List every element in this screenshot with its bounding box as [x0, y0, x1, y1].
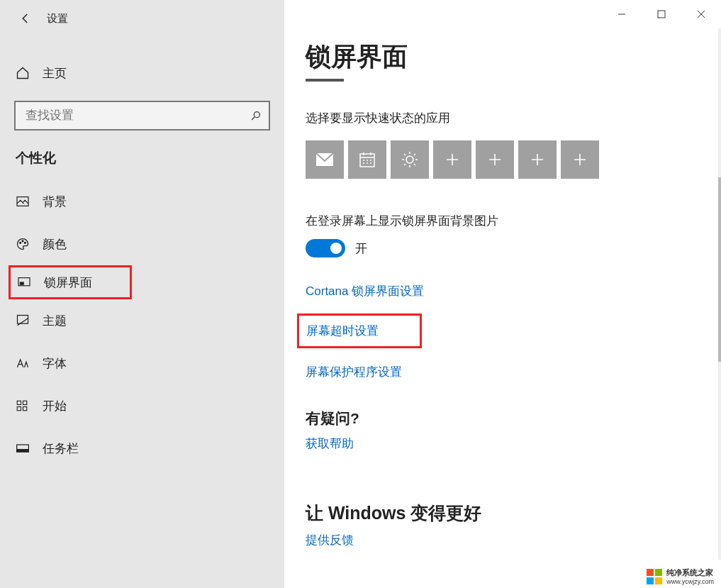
scrollbar-thumb[interactable] [718, 177, 721, 362]
svg-rect-11 [23, 407, 27, 411]
toggle-row: 开 [306, 239, 721, 257]
sidebar-item-fonts[interactable]: 字体 [0, 342, 284, 384]
sidebar-item-label: 字体 [43, 355, 67, 372]
svg-point-17 [406, 156, 413, 163]
minimize-button[interactable] [602, 0, 642, 28]
signin-bg-toggle[interactable] [306, 239, 345, 257]
svg-point-0 [254, 112, 259, 118]
mail-icon [315, 152, 334, 167]
tile-mail[interactable] [306, 140, 344, 179]
svg-rect-6 [20, 282, 23, 284]
sidebar-item-themes[interactable]: 主题 [0, 299, 284, 342]
svg-point-2 [20, 242, 21, 243]
title-bar: 设置 [0, 4, 284, 33]
sidebar-item-taskbar[interactable]: 任务栏 [0, 427, 284, 470]
search-input[interactable] [26, 109, 250, 123]
tile-add-4[interactable] [561, 140, 599, 179]
page-title: 锁屏界面 [306, 40, 721, 74]
plus-icon [488, 152, 502, 167]
svg-rect-13 [17, 450, 29, 452]
toggle-knob [330, 243, 342, 254]
tile-add-2[interactable] [476, 140, 514, 179]
improve-heading: 让 Windows 变得更好 [306, 501, 721, 525]
quick-status-tiles [306, 140, 721, 179]
home-label: 主页 [43, 65, 67, 82]
window-title: 设置 [47, 12, 68, 26]
svg-point-3 [22, 240, 23, 242]
svg-rect-14 [658, 11, 665, 18]
search-box[interactable] [14, 101, 270, 131]
svg-point-4 [24, 242, 26, 243]
watermark: 纯净系统之家 www.ycwjzy.com [647, 567, 714, 585]
cortana-lockscreen-link[interactable]: Cortana 锁屏界面设置 [306, 283, 424, 299]
start-icon [16, 399, 33, 412]
sidebar-item-background[interactable]: 背景 [0, 180, 284, 223]
screensaver-link[interactable]: 屏幕保护程序设置 [306, 364, 402, 380]
sidebar-item-label: 颜色 [43, 236, 67, 253]
calendar-icon [359, 151, 376, 168]
svg-rect-8 [17, 401, 21, 404]
back-button[interactable] [11, 4, 40, 33]
question-heading: 有疑问? [306, 409, 721, 428]
sidebar-item-label: 主题 [43, 313, 67, 329]
screen-timeout-link[interactable]: 屏幕超时设置 [297, 314, 422, 348]
sun-icon [401, 150, 419, 169]
themes-icon [16, 314, 33, 328]
sidebar-item-label: 开始 [43, 398, 67, 414]
main-content: 锁屏界面 选择要显示快速状态的应用 [284, 0, 721, 588]
taskbar-icon [16, 443, 33, 453]
scrollbar[interactable] [718, 28, 721, 560]
tile-add-3[interactable] [518, 140, 557, 179]
sidebar: 设置 主页 个性化 背景 颜色 锁屏界面 主题 [0, 0, 284, 588]
lockscreen-icon [17, 277, 34, 288]
title-underline [306, 79, 344, 82]
sidebar-item-label: 背景 [43, 194, 67, 210]
plus-icon [530, 152, 544, 167]
fonts-icon [16, 357, 33, 370]
tile-add-1[interactable] [433, 140, 471, 179]
sidebar-item-colors[interactable]: 颜色 [0, 223, 284, 265]
plus-icon [445, 152, 459, 167]
picture-icon [16, 196, 33, 207]
watermark-line2: www.ycwjzy.com [666, 578, 714, 585]
plus-icon [573, 152, 587, 167]
watermark-line1: 纯净系统之家 [666, 567, 714, 578]
svg-rect-10 [17, 407, 21, 411]
quick-status-label: 选择要显示快速状态的应用 [306, 110, 721, 126]
home-button[interactable]: 主页 [0, 52, 284, 94]
window-controls [602, 0, 721, 28]
windows-logo-icon [647, 569, 662, 584]
maximize-button[interactable] [642, 0, 681, 28]
close-button[interactable] [681, 0, 721, 28]
search-icon [250, 110, 262, 121]
signin-bg-label: 在登录屏幕上显示锁屏界面背景图片 [306, 213, 721, 229]
sidebar-item-label: 任务栏 [43, 440, 79, 457]
tile-calendar[interactable] [348, 140, 386, 179]
sidebar-item-start[interactable]: 开始 [0, 384, 284, 427]
sidebar-item-label: 锁屏界面 [44, 274, 92, 291]
palette-icon [16, 237, 33, 251]
toggle-state-label: 开 [355, 240, 367, 257]
get-help-link[interactable]: 获取帮助 [306, 436, 721, 452]
home-icon [16, 66, 33, 80]
sidebar-item-lockscreen[interactable]: 锁屏界面 [9, 265, 132, 299]
category-label: 个性化 [16, 149, 284, 167]
tile-weather[interactable] [391, 140, 429, 179]
feedback-link[interactable]: 提供反馈 [306, 532, 721, 548]
svg-rect-9 [23, 401, 27, 404]
